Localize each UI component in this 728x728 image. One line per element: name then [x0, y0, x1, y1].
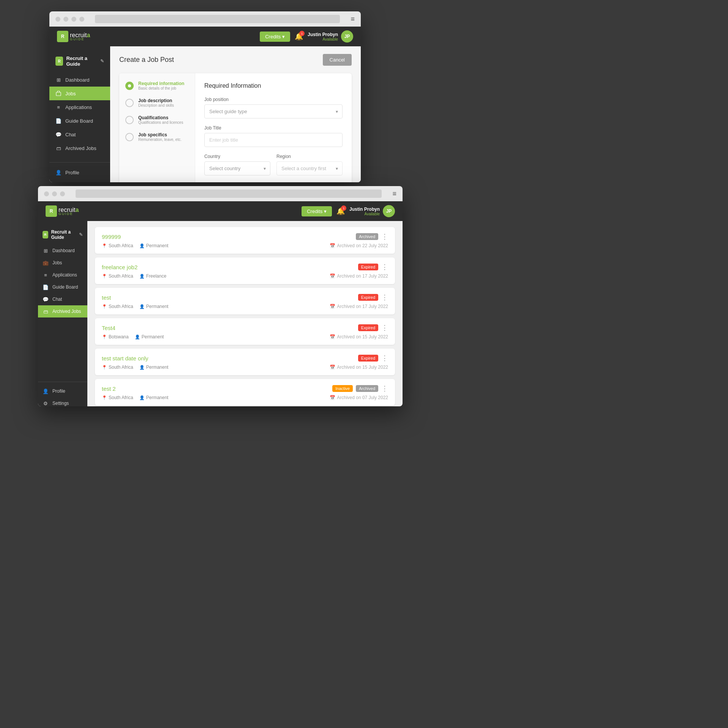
sidebar-item-settings-2[interactable]: ⚙ Settings — [38, 397, 87, 406]
app-header-2: R recruita GUIDE Credits ▾ 🔔 1 Justin Pr… — [38, 201, 403, 221]
user-avatar-1[interactable]: JP — [341, 30, 353, 43]
user-avatar-2[interactable]: JP — [383, 205, 395, 217]
sidebar-brand-1: R Recruit a Guide ✎ — [49, 52, 110, 73]
guideboard-icon-1: 📄 — [55, 118, 62, 124]
sidebar-item-applications-1[interactable]: ≡ Applications — [49, 100, 110, 114]
job-form-layout: Required information Basic details of th… — [119, 73, 352, 182]
location-icon-3: 📍 — [102, 335, 107, 340]
archived-icon-2: 🗃 — [43, 308, 49, 314]
sidebar-item-label: Applications — [65, 104, 92, 110]
logo-icon-1: R — [57, 31, 68, 42]
window-menu-icon-2[interactable]: ≡ — [392, 190, 396, 198]
notification-button-1[interactable]: 🔔 1 — [295, 32, 303, 41]
sidebar-item-chat-2[interactable]: 💬 Chat — [38, 293, 87, 305]
location-text-3: Botswana — [109, 334, 129, 340]
job-card-right-0: Archived ⋮ — [356, 232, 388, 241]
app-header-1: R recruita GUIDE Credits ▾ 🔔 1 Justin Pr… — [49, 27, 361, 46]
job-type-0: 👤 Permanent — [139, 243, 169, 248]
job-title-4[interactable]: test start date only — [102, 355, 148, 362]
job-card-header-3: Test4 Expired ⋮ — [102, 324, 388, 332]
job-card-meta-1: 📍 South Africa 👤 Freelance 📅 A — [102, 273, 388, 279]
sidebar-item-profile-2[interactable]: 👤 Profile — [38, 385, 87, 397]
brand-edit-icon-1[interactable]: ✎ — [100, 58, 104, 64]
sidebar-item-guideboard-1[interactable]: 📄 Guide Board — [49, 114, 110, 128]
job-position-select[interactable]: Select guide type — [204, 104, 343, 118]
job-card-header-0: 999999 Archived ⋮ — [102, 232, 388, 241]
sidebar-item-dashboard-2[interactable]: ⊞ Dashboard — [38, 245, 87, 257]
address-bar-1[interactable] — [95, 15, 340, 23]
step-qualifications: Qualifications Qualifications and licenc… — [125, 115, 189, 125]
sidebar-item-chat-1[interactable]: 💬 Chat — [49, 128, 110, 141]
sidebar-item-archived-2[interactable]: 🗃 Archived Jobs — [38, 305, 87, 317]
svg-rect-0 — [56, 92, 61, 96]
user-text-1: Justin Probyn Available — [308, 32, 338, 41]
main-content-1: Create a Job Post Cancel — [110, 46, 361, 182]
type-icon-0: 👤 — [139, 243, 145, 248]
sidebar-item-archived-1[interactable]: 🗃 Archived Jobs — [49, 141, 110, 155]
type-text-2: Permanent — [146, 304, 169, 309]
step-circle-3 — [125, 116, 134, 124]
brand-name-1: Recruit a Guide — [66, 55, 97, 67]
sidebar-item-profile-1[interactable]: 👤 Profile — [49, 166, 110, 179]
dashboard-icon-2: ⊞ — [43, 248, 49, 254]
job-location-4: 📍 South Africa — [102, 365, 133, 370]
sidebar-item-applications-2[interactable]: ≡ Applications — [38, 269, 87, 281]
sidebar-item-label: Chat — [65, 132, 76, 137]
sidebar-brand-2: R Recruit a Guide ✎ — [38, 227, 87, 245]
credits-button-1[interactable]: Credits ▾ — [260, 32, 290, 42]
sidebar-item-dashboard-1[interactable]: ⊞ Dashboard — [49, 73, 110, 87]
sidebar-item-jobs-1[interactable]: Jobs — [49, 87, 110, 100]
brand-icon-1: R — [55, 57, 63, 66]
step-subtitle-4: Remuneration, leave, etc. — [138, 137, 189, 142]
sidebar-bottom-2: 👤 Profile ⚙ Settings — [38, 382, 87, 406]
job-card-0: 999999 Archived ⋮ 📍 South Africa — [95, 227, 395, 254]
job-card-info-2: 📍 South Africa 👤 Permanent — [102, 304, 168, 309]
badge-4: Expired — [358, 355, 378, 362]
job-title-0[interactable]: 999999 — [102, 234, 121, 240]
job-card-header-2: test Expired ⋮ — [102, 293, 388, 302]
job-title-3[interactable]: Test4 — [102, 325, 115, 331]
job-type-4: 👤 Permanent — [139, 365, 169, 370]
job-title-1[interactable]: freelance job2 — [102, 264, 137, 270]
job-card-info-4: 📍 South Africa 👤 Permanent — [102, 365, 168, 370]
job-title-input[interactable] — [204, 133, 343, 147]
window-menu-icon-1[interactable]: ≡ — [351, 15, 355, 23]
three-dots-1[interactable]: ⋮ — [381, 263, 388, 271]
archived-date-text-3: Archived on 15 July 2022 — [337, 334, 388, 340]
cancel-top-button-1[interactable]: Cancel — [323, 54, 352, 66]
step-dot-1 — [128, 84, 131, 87]
location-icon-0: 📍 — [102, 243, 107, 248]
type-text-1: Freelance — [146, 273, 166, 279]
job-steps-panel: Required information Basic details of th… — [119, 73, 195, 182]
credits-button-2[interactable]: Credits ▾ — [302, 206, 332, 216]
job-card-header-4: test start date only Expired ⋮ — [102, 354, 388, 362]
three-dots-0[interactable]: ⋮ — [381, 232, 388, 241]
sidebar-item-settings-1[interactable]: ⚙ Settings — [49, 179, 110, 182]
sidebar-item-label: Jobs — [65, 91, 76, 96]
notification-button-2[interactable]: 🔔 1 — [336, 207, 345, 215]
type-icon-4: 👤 — [139, 365, 145, 370]
sidebar-item-guideboard-2[interactable]: 📄 Guide Board — [38, 281, 87, 293]
sidebar-nav-2: ⊞ Dashboard 💼 Jobs ≡ Applications 📄 Guid… — [38, 245, 87, 379]
three-dots-3[interactable]: ⋮ — [381, 324, 388, 332]
form-group-country: Country Select country — [204, 154, 270, 175]
sidebar-item-jobs-2[interactable]: 💼 Jobs — [38, 257, 87, 269]
job-form-panel: Required Information Job position Select… — [195, 73, 352, 182]
job-location-3: 📍 Botswana — [102, 334, 129, 340]
step-text-3: Qualifications Qualifications and licenc… — [138, 115, 189, 125]
three-dots-5[interactable]: ⋮ — [381, 384, 388, 393]
step-job-desc: Job description Description and skills — [125, 98, 189, 107]
profile-icon-1: 👤 — [55, 169, 62, 175]
archived-date-text-4: Archived on 15 July 2022 — [337, 365, 388, 370]
three-dots-4[interactable]: ⋮ — [381, 354, 388, 362]
three-dots-2[interactable]: ⋮ — [381, 293, 388, 302]
step-title-1: Required information — [138, 81, 189, 86]
select-wrapper-country: Select country — [204, 161, 270, 175]
badge-1: Expired — [358, 264, 378, 270]
region-select[interactable]: Select a country first — [276, 161, 343, 175]
address-bar-2[interactable] — [76, 190, 382, 198]
job-title-2[interactable]: test — [102, 294, 111, 301]
brand-edit-icon-2[interactable]: ✎ — [79, 232, 83, 237]
job-title-5[interactable]: test 2 — [102, 385, 116, 392]
country-select[interactable]: Select country — [204, 161, 270, 175]
